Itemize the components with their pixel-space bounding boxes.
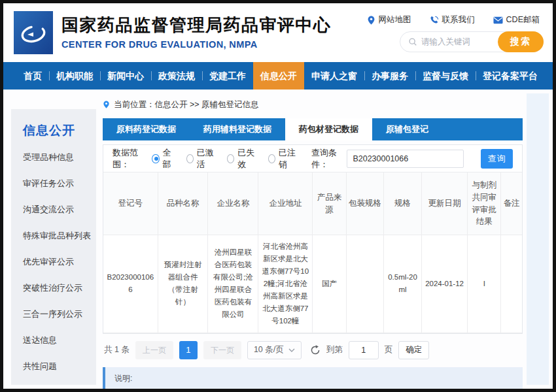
tab[interactable]: 原料药登记数据 bbox=[103, 118, 190, 140]
content-area: 信息公开 受理品种信息 审评任务公示 沟通交流公示 特殊审批品种列表 优先审评公… bbox=[3, 90, 553, 389]
sidebar-item[interactable]: 受理品种信息 bbox=[11, 144, 96, 171]
nav-item[interactable]: 申请人之窗 bbox=[304, 62, 364, 90]
radio-icon bbox=[186, 154, 194, 163]
prev-page-button[interactable]: 上一页 bbox=[135, 341, 173, 359]
current-page-button[interactable]: 1 bbox=[179, 341, 198, 359]
column-header: 包装规格 bbox=[346, 172, 384, 235]
results-table: 登记号品种名称企业名称企业地址产品来源包装规格规格更新日期与制剂共同审评审批结果… bbox=[103, 172, 522, 333]
column-header: 与制剂共同审评审批结果 bbox=[468, 172, 501, 235]
scope-radio-option[interactable]: 已失效 bbox=[227, 147, 258, 171]
nav-item[interactable]: 机构职能 bbox=[49, 62, 100, 90]
page-size-value: 10 条/页 bbox=[254, 344, 284, 355]
sidebar-menu: 受理品种信息 审评任务公示 沟通交流公示 特殊审批品种列表 优先审评公示 突破性… bbox=[11, 144, 96, 385]
refresh-icon[interactable] bbox=[310, 345, 321, 355]
column-header: 企业地址 bbox=[258, 172, 313, 235]
query-button[interactable]: 查询 bbox=[481, 149, 513, 169]
nav-item[interactable]: 党建工作 bbox=[202, 62, 253, 90]
sidebar-item[interactable]: 突破性治疗公示 bbox=[11, 275, 96, 301]
goto-label: 到第 bbox=[326, 344, 343, 355]
radio-label: 已激活 bbox=[197, 147, 217, 171]
scope-label: 数据范围： bbox=[113, 147, 148, 171]
brand-block: 国家药品监督管理局药品审评中心 CENTER FOR DRUG EVALUATI… bbox=[61, 16, 332, 50]
table-cell: 0.5ml-20ml bbox=[384, 235, 422, 333]
column-header: 企业名称 bbox=[208, 172, 258, 235]
notes-lines: 1. 数据范围 “全部” ，不包含 “已注销”2. “与制剂共同审评审批结果” … bbox=[114, 385, 513, 392]
page-size-select[interactable]: 10 条/页 bbox=[247, 341, 302, 359]
next-page-button[interactable]: 下一页 bbox=[203, 341, 241, 359]
location-pin-icon bbox=[367, 16, 375, 25]
breadcrumb: 当前位置：信息公开 >> 原辅包登记信息 bbox=[103, 95, 523, 114]
query-input[interactable] bbox=[347, 150, 464, 168]
sidebar-item[interactable]: 共性问题 bbox=[11, 353, 96, 380]
sidebar-item[interactable]: 送达信息 bbox=[11, 327, 96, 353]
phone-icon bbox=[430, 16, 439, 25]
nav-item[interactable]: 办事服务 bbox=[364, 62, 415, 90]
sidebar-item[interactable]: 优先审评公示 bbox=[11, 249, 96, 275]
nav-item[interactable]: 监督与反馈 bbox=[415, 62, 476, 90]
radio-label: 已注销 bbox=[279, 147, 298, 171]
query-label: 查询条件： bbox=[311, 147, 347, 171]
site-subtitle: CENTER FOR DRUG EVALUATION, NMPA bbox=[61, 39, 332, 50]
site-search-button[interactable]: 搜索 bbox=[498, 31, 544, 52]
goto-page-input[interactable] bbox=[349, 341, 379, 359]
radio-icon bbox=[227, 154, 234, 163]
table-cell: 沧州四星联合医药包装有限公司;沧州四星联合医药包装有限公司 bbox=[208, 235, 258, 333]
main-panel: 当前位置：信息公开 >> 原辅包登记信息 原料药登记数据 药用辅料登记数据 药包… bbox=[103, 90, 523, 389]
tab[interactable]: 药包材登记数据 bbox=[285, 118, 372, 140]
sidebar: 信息公开 受理品种信息 审评任务公示 沟通交流公示 特殊审批品种列表 优先审评公… bbox=[11, 109, 96, 385]
scope-radio-option[interactable]: 已激活 bbox=[186, 147, 217, 171]
filter-bar: 数据范围： 全部 已激活 bbox=[103, 145, 522, 172]
site-search-input[interactable] bbox=[421, 37, 495, 46]
sidebar-title: 信息公开 bbox=[11, 109, 96, 144]
chevron-down-icon bbox=[288, 348, 295, 352]
notes-box: 说明: 1. 数据范围 “全部” ，不包含 “已注销”2. “与制剂共同审评审批… bbox=[103, 367, 523, 392]
radio-label: 已失效 bbox=[237, 147, 257, 171]
browser-page: 国家药品监督管理局药品审评中心 CENTER FOR DRUG EVALUATI… bbox=[0, 0, 556, 392]
goto-confirm-button[interactable]: 确定 bbox=[398, 341, 429, 359]
sidebar-item[interactable]: 临床试验默示许可 bbox=[11, 380, 96, 385]
mailbox-link[interactable]: CDE邮箱 bbox=[493, 14, 540, 25]
sidebar-item[interactable]: 特殊审批品种列表 bbox=[11, 223, 96, 249]
table-cell: 河北省沧州高新区求是北大道东侧77号102幢;河北省沧州高新区求是北大道东侧77… bbox=[258, 235, 313, 333]
nav-item[interactable]: 新闻中心 bbox=[100, 62, 151, 90]
contact-link[interactable]: 联系我们 bbox=[430, 14, 475, 25]
scope-radio-group: 全部 已激活 已失效 bbox=[152, 147, 298, 171]
scope-radio-option[interactable]: 已注销 bbox=[268, 147, 299, 171]
table-cell: 2024-01-12 bbox=[421, 235, 467, 333]
total-count: 共 1 条 bbox=[104, 344, 130, 355]
tab[interactable]: 药用辅料登记数据 bbox=[190, 118, 285, 140]
column-header: 备注 bbox=[501, 172, 522, 235]
right-strip-decor bbox=[527, 93, 549, 385]
sidebar-item[interactable]: 审评任务公示 bbox=[11, 171, 96, 197]
sidebar-item[interactable]: 三合一序列公示 bbox=[11, 301, 96, 327]
column-header: 登记号 bbox=[103, 172, 158, 235]
cde-logo-icon bbox=[14, 11, 53, 54]
mail-icon bbox=[493, 16, 503, 24]
nav-item[interactable]: 登记备案平台 bbox=[476, 62, 545, 90]
sidebar-item[interactable]: 沟通交流公示 bbox=[11, 197, 96, 223]
table-cell: I bbox=[468, 235, 501, 333]
table-header-row: 登记号品种名称企业名称企业地址产品来源包装规格规格更新日期与制剂共同审评审批结果… bbox=[103, 172, 522, 235]
radio-icon bbox=[268, 154, 275, 163]
nav-item[interactable]: 政策法规 bbox=[151, 62, 202, 90]
contact-label: 联系我们 bbox=[442, 14, 475, 25]
pagination: 共 1 条 上一页 1 下一页 10 条/页 bbox=[104, 341, 523, 359]
sitemap-link[interactable]: 网站地图 bbox=[367, 14, 411, 25]
table-cell: 国产 bbox=[313, 235, 346, 333]
main-nav: 首页 机构职能 新闻中心 政策法规 党建工作 信息公开 申请人之窗 办事服务 监… bbox=[3, 62, 553, 90]
column-header: 产品来源 bbox=[313, 172, 346, 235]
tab[interactable]: 原辅包登记 bbox=[372, 118, 442, 140]
nav-item[interactable]: 首页 bbox=[16, 62, 49, 90]
page-unit-label: 页 bbox=[385, 344, 393, 355]
scope-radio-option[interactable]: 全部 bbox=[152, 147, 175, 171]
radio-label: 全部 bbox=[163, 147, 176, 171]
nav-item[interactable]: 信息公开 bbox=[253, 62, 304, 90]
radio-icon bbox=[152, 154, 159, 163]
breadcrumb-text: 当前位置：信息公开 >> 原辅包登记信息 bbox=[114, 99, 259, 110]
column-header: 规格 bbox=[384, 172, 422, 235]
header-right: 网站地图 联系我们 CDE邮箱 bbox=[367, 13, 544, 52]
site-search-box: 搜索 bbox=[400, 31, 544, 52]
table-cell: B20230001066 bbox=[103, 235, 158, 333]
search-icon bbox=[408, 37, 417, 46]
results-panel: 数据范围： 全部 已激活 bbox=[103, 144, 523, 334]
